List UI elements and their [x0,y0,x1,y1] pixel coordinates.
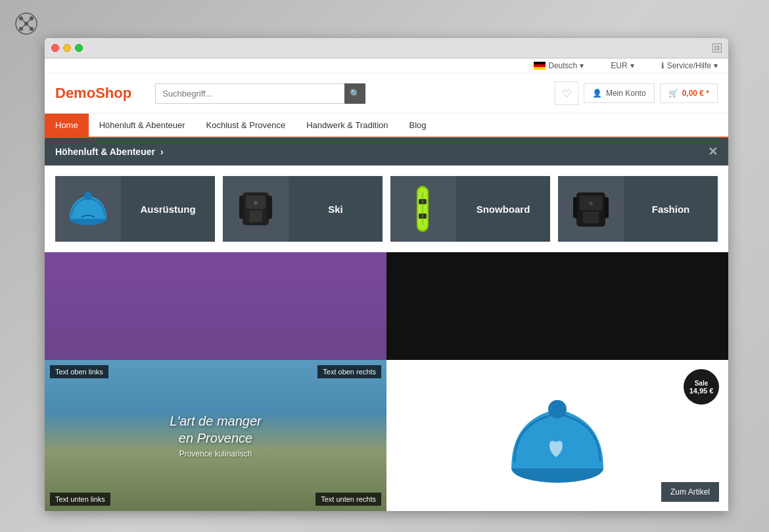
user-icon: 👤 [592,89,602,98]
corner-label-bl: Text unten links [50,493,110,506]
svg-rect-14 [249,210,262,222]
dropdown-card-fashion[interactable]: Fashion [558,176,718,242]
corner-label-tr: Text oben rechts [317,365,381,378]
svg-line-8 [21,24,26,29]
service-link[interactable]: ℹ Service/Hilfe ▾ [661,61,718,70]
nav-item-handwerk[interactable]: Handwerk & Tradition [296,114,398,137]
svg-rect-16 [267,196,272,219]
dropdown-card-snowboard[interactable]: Snowboard [390,176,550,242]
dropdown-header: Höhenluft & Abenteuer › ✕ [45,138,728,166]
traffic-light-maximize[interactable] [75,44,83,52]
language-selector[interactable]: Deutsch ▾ [534,61,584,70]
fashion-label: Fashion [624,198,718,220]
product-image [498,380,617,491]
browser-chrome: ⊡ [45,38,728,58]
svg-rect-25 [583,211,599,223]
traffic-light-close[interactable] [51,44,59,52]
zum-artikel-button[interactable]: Zum Artikel [661,482,719,502]
svg-line-6 [21,18,26,24]
search-form: 🔍 [155,83,365,104]
provence-title-line1: L'art de manger [170,414,261,428]
ausruestung-label: Ausrüstung [121,198,215,220]
site-header: DemoShop 🔍 ♡ 👤 Mein Konto 🛒 0,00 € [45,74,728,114]
browser-maximize-btn[interactable]: ⊡ [712,43,722,53]
snowboard-label: Snowboard [456,198,550,220]
provence-subtitle: Provence kulinarisch [179,449,252,458]
top-bar: Deutsch ▾ EUR ▾ ℹ Service/Hilfe ▾ [45,58,728,74]
dropdown-header-left: Höhenluft & Abenteuer › [55,146,164,157]
svg-rect-26 [573,197,578,218]
nav-label-blog: Blog [409,120,426,130]
svg-point-30 [548,400,567,418]
svg-point-17 [254,201,258,205]
nav-label-handwerk: Handwerk & Tradition [306,120,388,130]
service-label: Service/Hilfe [667,61,711,70]
svg-line-7 [26,18,32,24]
language-label: Deutsch [548,61,577,70]
nav-label-kochlust: Kochlust & Provence [206,120,286,130]
svg-rect-27 [604,197,609,218]
dropdown-chevron-icon: › [160,146,164,157]
sale-label: Sale [695,380,709,387]
logo-part2: Shop [95,85,131,101]
svg-point-11 [84,192,92,200]
service-chevron: ▾ [714,61,718,70]
ski-label: Ski [289,198,383,220]
logo-part1: Demo [55,85,95,101]
currency-label: EUR [611,61,627,70]
nav-item-kochlust[interactable]: Kochlust & Provence [196,114,296,137]
search-icon: 🔍 [350,89,360,99]
ski-image [223,176,289,242]
svg-line-9 [26,24,32,29]
dropdown-close-button[interactable]: ✕ [708,144,718,159]
provence-overlay: L'art de manger en Provence Provence kul… [45,360,386,511]
bottom-content: L'art de manger en Provence Provence kul… [45,360,728,511]
account-button[interactable]: 👤 Mein Konto [584,83,655,103]
dropdown-items: Ausrüstung Ski [45,166,728,252]
search-input[interactable] [155,83,365,104]
snowboard-image [390,176,456,242]
svg-point-28 [589,202,593,206]
app-icon[interactable] [14,12,38,35]
dropdown-title: Höhenluft & Abenteuer [55,146,155,157]
account-label: Mein Konto [606,89,646,98]
dropdown-card-ski[interactable]: Ski [223,176,383,242]
svg-rect-15 [239,196,245,219]
service-icon: ℹ [661,61,664,70]
header-actions: ♡ 👤 Mein Konto 🛒 0,00 € * [555,81,718,105]
sale-badge: Sale 14,95 € [684,369,719,405]
dropdown-menu: Höhenluft & Abenteuer › ✕ [45,138,728,166]
traffic-light-minimize[interactable] [63,44,71,52]
search-button[interactable]: 🔍 [344,83,365,104]
product-panel: Sale 14,95 € Zum Artikel [386,360,728,511]
nav-label-home: Home [55,120,78,130]
currency-selector[interactable]: EUR ▾ [611,61,634,70]
heart-icon: ♡ [562,87,571,100]
corner-label-tl: Text oben links [50,365,108,378]
nav-item-hoehenluft[interactable]: Höhenluft & Abenteuer [89,114,196,137]
nav-item-home[interactable]: Home [45,114,89,137]
main-navigation: Home Höhenluft & Abenteuer Kochlust & Pr… [45,114,728,138]
fashion-image [558,176,624,242]
provence-title: L'art de manger en Provence [170,412,261,447]
sale-price: 14,95 € [689,387,714,395]
language-chevron: ▾ [580,61,584,70]
flag-de-icon [534,62,546,70]
cart-price: 0,00 € * [682,89,709,98]
corner-label-br: Text unten rechts [315,493,381,506]
provence-panel: L'art de manger en Provence Provence kul… [45,360,386,511]
provence-title-line2: en Provence [179,431,252,445]
cart-button[interactable]: 🛒 0,00 € * [660,83,718,103]
wishlist-button[interactable]: ♡ [555,81,578,105]
cart-icon: 🛒 [668,89,678,98]
dropdown-card-ausruestung[interactable]: Ausrüstung [55,176,215,242]
nav-label-hoehenluft: Höhenluft & Abenteuer [99,120,185,130]
nav-item-blog[interactable]: Blog [398,114,436,137]
ausruestung-image [55,176,121,242]
site-logo[interactable]: DemoShop [55,85,131,102]
currency-chevron: ▾ [630,61,634,70]
